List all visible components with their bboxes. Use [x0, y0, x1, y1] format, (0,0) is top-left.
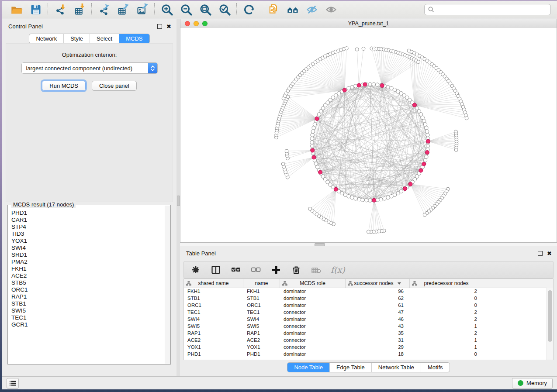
cell-MCDS-role: connector	[280, 337, 346, 344]
horizontal-splitter[interactable]	[180, 243, 557, 246]
mcds-result-item[interactable]: ACE2	[11, 272, 165, 279]
cell-name: STB1	[243, 295, 280, 302]
zoom-selected-icon[interactable]	[218, 3, 231, 16]
tab-style[interactable]: Style	[63, 34, 90, 43]
network-canvas[interactable]	[180, 28, 557, 242]
cell-MCDS-role: dominator	[280, 330, 346, 337]
column-header-shared-name[interactable]: shared name	[184, 279, 243, 288]
close-table-panel-icon[interactable]: ✖	[547, 251, 552, 256]
table-row[interactable]: SWI5SWI5connector431	[184, 323, 547, 330]
shared-column-icon	[412, 281, 417, 286]
table-scrollbar[interactable]	[547, 288, 553, 360]
shared-column-icon	[186, 281, 191, 286]
export-table-icon[interactable]	[117, 3, 130, 16]
mcds-result-item[interactable]: PHD1	[11, 210, 165, 217]
tab-network-table[interactable]: Network Table	[371, 363, 421, 372]
cell-name: YOX1	[243, 344, 280, 351]
import-network-icon[interactable]	[54, 3, 67, 16]
mcds-result-scrollbar[interactable]	[165, 206, 170, 364]
tab-node-table[interactable]: Node Table	[287, 363, 329, 372]
mcds-result-item[interactable]: SWI4	[11, 244, 165, 251]
main-toolbar	[2, 1, 557, 18]
cell-successor-nodes: 62	[346, 295, 410, 302]
tab-network[interactable]: Network	[29, 34, 63, 43]
table-row[interactable]: FKH1FKH1dominator962	[184, 288, 547, 295]
column-header-successor-nodes[interactable]: successor nodes	[346, 279, 410, 288]
cell-successor-nodes: 18	[346, 351, 410, 358]
cell-MCDS-role: dominator	[280, 351, 346, 358]
mcds-result-group: MCDS result (17 nodes) PHD1CAR1STP4TID3Y…	[7, 205, 171, 364]
table-row[interactable]: RAP1RAP1dominator352	[184, 330, 547, 337]
tab-edge-table[interactable]: Edge Table	[329, 363, 371, 372]
mcds-result-list[interactable]: PHD1CAR1STP4TID3YOX1SWI4SRD1PMA2FKH1ACE2…	[11, 210, 165, 363]
mcds-result-item[interactable]: SWI5	[11, 307, 165, 314]
select-all-icon[interactable]	[230, 264, 242, 275]
zoom-fit-icon[interactable]	[199, 3, 212, 16]
table-row[interactable]: YOX1YOX1connector291	[184, 344, 547, 351]
duplicate-network-icon[interactable]	[267, 3, 280, 16]
network-window-titlebar[interactable]: YPA_prune.txt_1	[180, 19, 557, 28]
mcds-result-item[interactable]: STP4	[11, 224, 165, 230]
table-row[interactable]: ACE2ACE2connector311	[184, 337, 547, 344]
mcds-result-item[interactable]: RAP1	[11, 293, 165, 300]
shared-column-icon	[282, 281, 287, 286]
apply-layout-icon[interactable]	[242, 3, 256, 16]
table-row[interactable]: PHD1PHD1dominator180	[184, 351, 547, 358]
mcds-result-item[interactable]: GCR1	[11, 321, 165, 328]
tab-select[interactable]: Select	[90, 34, 119, 43]
export-network-icon[interactable]	[97, 3, 111, 16]
run-mcds-button[interactable]: Run MCDS	[42, 81, 86, 91]
cell-name: PHD1	[243, 351, 280, 358]
zoom-out-icon[interactable]	[180, 3, 193, 16]
mcds-result-item[interactable]: TEC1	[11, 314, 165, 321]
column-header-name[interactable]: name	[243, 279, 280, 288]
create-column-icon[interactable]	[270, 264, 282, 275]
delete-column-icon[interactable]	[291, 264, 302, 275]
function-builder-icon[interactable]: f(x)	[331, 265, 345, 275]
column-header-predecessor-nodes[interactable]: predecessor nodes	[410, 279, 483, 288]
first-neighbors-icon[interactable]	[286, 3, 299, 16]
hide-selected-icon[interactable]	[305, 3, 318, 16]
float-panel-icon[interactable]	[157, 24, 162, 29]
mcds-result-item[interactable]: PMA2	[11, 258, 165, 265]
criterion-selected-value: largest connected component (undirected)	[22, 65, 148, 72]
open-file-icon[interactable]	[10, 3, 23, 16]
memory-button[interactable]: Memory	[512, 378, 553, 389]
zoom-in-icon[interactable]	[160, 3, 173, 16]
vertical-splitter[interactable]	[176, 19, 180, 376]
column-header-label: shared name	[198, 280, 228, 286]
close-panel-button[interactable]: Close panel	[92, 81, 137, 91]
mcds-result-item[interactable]: SRD1	[11, 251, 165, 258]
mcds-result-item[interactable]: YOX1	[11, 237, 165, 244]
export-image-icon[interactable]	[136, 3, 149, 16]
search-input[interactable]	[437, 6, 547, 13]
mcds-result-item[interactable]: FKH1	[11, 265, 165, 272]
show-all-icon[interactable]	[325, 3, 338, 16]
close-panel-icon[interactable]: ✖	[166, 24, 171, 29]
tab-mcds[interactable]: MCDS	[119, 34, 149, 43]
mcds-result-item[interactable]: CAR1	[11, 217, 165, 224]
mcds-result-item[interactable]: ORC1	[11, 286, 165, 293]
import-table-icon[interactable]	[73, 3, 86, 16]
cell-MCDS-role: dominator	[280, 316, 346, 323]
mcds-result-item[interactable]: TID3	[11, 230, 165, 237]
mcds-result-item[interactable]: STB1	[11, 300, 165, 307]
optimization-criterion-select[interactable]: largest connected component (undirected)	[21, 62, 158, 74]
table-mode-gear-icon[interactable]	[190, 264, 201, 275]
tab-motifs[interactable]: Motifs	[421, 363, 450, 372]
column-header-MCDS-role[interactable]: MCDS role	[280, 279, 346, 288]
deselect-all-icon[interactable]	[250, 264, 262, 275]
table-row[interactable]: ORC1ORC1dominator610	[184, 302, 547, 309]
table-row[interactable]: SWI4SWI4dominator462	[184, 316, 547, 323]
save-session-icon[interactable]	[29, 3, 42, 16]
delete-table-icon[interactable]	[311, 264, 322, 275]
show-panels-menu-button[interactable]	[7, 378, 19, 389]
table-row[interactable]: STB1STB1dominator620	[184, 295, 547, 302]
float-table-panel-icon[interactable]	[538, 251, 543, 256]
network-search-box[interactable]	[424, 4, 551, 15]
cell-successor-nodes: 61	[346, 302, 410, 309]
cell-predecessor-nodes: 0	[410, 295, 483, 302]
mcds-result-item[interactable]: STB5	[11, 279, 165, 286]
table-row[interactable]: TEC1TEC1connector472	[184, 309, 547, 316]
show-columns-icon[interactable]	[210, 264, 221, 275]
